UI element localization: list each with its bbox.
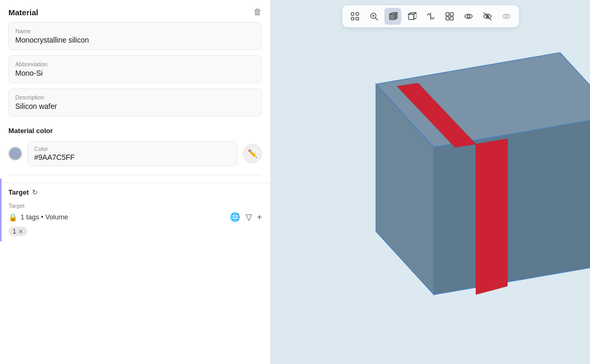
material-color-section: Material color Color #9AA7C5FF ✏️ (0, 122, 270, 171)
tag-chip-1[interactable]: 1 ✕ (8, 227, 27, 236)
filter-icon[interactable]: ▽ (246, 212, 252, 222)
refresh-icon[interactable]: ↻ (32, 188, 38, 196)
target-info: 🔒 1 tags • Volume (8, 213, 68, 221)
left-panel: Material 🗑 Name Monocrystalline silicon … (0, 0, 271, 364)
abbreviation-field[interactable]: Abbreviation Mono-Si (8, 55, 262, 83)
divider (8, 175, 262, 175)
left-accent (0, 178, 2, 241)
tag-close-icon[interactable]: ✕ (18, 228, 23, 235)
color-swatch[interactable] (8, 147, 22, 160)
3d-object (313, 21, 590, 326)
globe-icon[interactable]: 🌐 (230, 212, 240, 222)
edit-color-button[interactable]: ✏️ (243, 144, 262, 163)
abbreviation-value: Mono-Si (15, 69, 255, 77)
abbreviation-label: Abbreviation (15, 61, 255, 67)
tag-chips: 1 ✕ (8, 226, 262, 236)
description-value: Silicon wafer (15, 102, 255, 110)
lock-icon: 🔒 (8, 213, 17, 221)
target-title: Target (8, 188, 29, 196)
target-header: Target ↻ (8, 188, 262, 196)
name-field[interactable]: Name Monocrystalline silicon (8, 22, 262, 50)
color-row: Color #9AA7C5FF ✏️ (8, 141, 262, 166)
target-actions: 🌐 ▽ + (230, 212, 262, 222)
tag-value: 1 (13, 228, 16, 235)
panel-header: Material 🗑 (0, 0, 270, 22)
description-field[interactable]: Description Silicon wafer (8, 88, 262, 116)
description-label: Description (15, 94, 255, 100)
panel-title: Material (8, 8, 38, 17)
tags-info: 1 tags • Volume (21, 213, 68, 221)
form-section: Name Monocrystalline silicon Abbreviatio… (0, 22, 270, 122)
viewport (271, 0, 590, 364)
delete-icon[interactable]: 🗑 (253, 7, 262, 17)
right-panel (271, 0, 590, 364)
color-value: #9AA7C5FF (34, 153, 231, 161)
add-tag-button[interactable]: + (257, 213, 262, 222)
target-row: 🔒 1 tags • Volume 🌐 ▽ + (8, 212, 262, 222)
name-label: Name (15, 28, 255, 34)
color-field[interactable]: Color #9AA7C5FF (27, 141, 238, 166)
color-label: Color (34, 146, 231, 152)
target-sub-label: Target (8, 203, 262, 209)
material-color-heading: Material color (8, 127, 262, 135)
name-value: Monocrystalline silicon (15, 36, 255, 44)
target-section-wrapper: Target ↻ Target 🔒 1 tags • Volume 🌐 ▽ + … (0, 178, 270, 241)
target-section: Target ↻ Target 🔒 1 tags • Volume 🌐 ▽ + … (0, 183, 270, 241)
svg-marker-31 (476, 139, 507, 295)
